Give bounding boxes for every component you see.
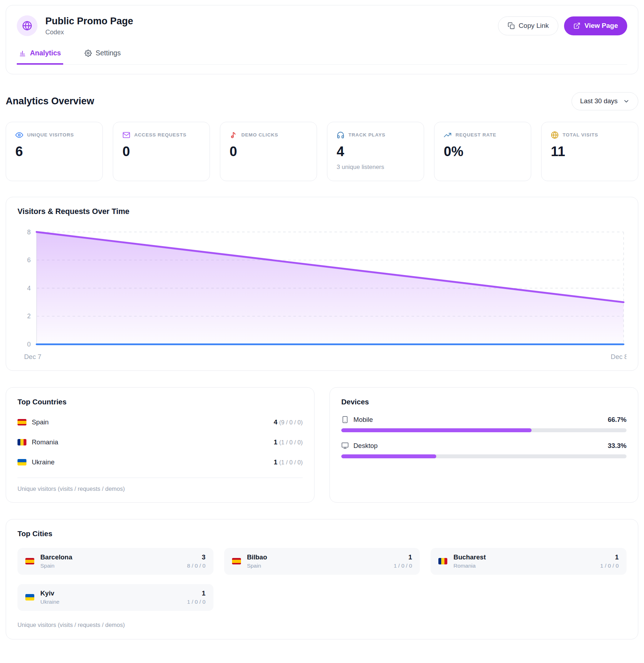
country-row: Ukraine 1(1 / 0 / 0) <box>17 458 303 466</box>
city-breakdown: 1 / 0 / 0 <box>187 599 206 605</box>
stats-row: UNIQUE VISITORS 6 ACCESS REQUESTS 0 DEMO… <box>6 122 638 181</box>
city-name: Kyiv <box>40 589 59 597</box>
stat-card-request-rate: REQUEST RATE 0% <box>434 122 531 181</box>
section-title-analytics-overview: Analytics Overview <box>6 96 94 107</box>
country-name: Ukraine <box>32 458 55 466</box>
stat-card-total-visits: TOTAL VISITS 11 <box>541 122 638 181</box>
visitors-requests-chart: 02468Dec 7Dec 8 <box>17 227 627 362</box>
view-page-label: View Page <box>584 22 618 30</box>
device-bar-track <box>341 454 627 458</box>
country-breakdown: (1 / 0 / 0) <box>279 439 303 445</box>
svg-text:8: 8 <box>27 228 31 235</box>
country-row: Spain 4(9 / 0 / 0) <box>17 418 303 426</box>
top-countries-title: Top Countries <box>17 398 303 406</box>
city-country: Ukraine <box>40 599 59 605</box>
city-name: Barcelona <box>40 553 72 561</box>
stat-value: 0% <box>444 145 522 158</box>
page-subtitle: Codex <box>45 29 133 36</box>
view-page-button[interactable]: View Page <box>564 16 627 35</box>
devices-card: Devices Mobile 66.7% Desktop 33.3% <box>329 387 638 503</box>
device-percent: 66.7% <box>608 416 627 424</box>
device-label: Desktop <box>353 442 378 450</box>
svg-text:Dec 7: Dec 7 <box>24 353 41 360</box>
country-count: 1 <box>274 458 277 466</box>
copy-link-button[interactable]: Copy Link <box>498 16 559 35</box>
stat-subtext: 3 unique listeners <box>337 164 414 171</box>
trending-up-icon <box>444 131 452 139</box>
city-name: Bilbao <box>247 553 267 561</box>
ukraine-flag-icon <box>25 594 34 600</box>
stat-value: 11 <box>551 145 629 158</box>
romania-flag-icon <box>438 558 447 564</box>
country-breakdown: (9 / 0 / 0) <box>279 419 303 425</box>
device-label: Mobile <box>353 416 373 424</box>
stat-card-demo-clicks: DEMO CLICKS 0 <box>220 122 317 181</box>
tab-settings-label: Settings <box>96 49 121 57</box>
globe-icon <box>22 21 32 31</box>
country-name: Spain <box>32 418 49 426</box>
stat-value: 0 <box>122 145 200 158</box>
top-cities-title: Top Cities <box>17 529 627 538</box>
date-range-label: Last 30 days <box>580 97 618 105</box>
country-breakdown: (1 / 0 / 0) <box>279 459 303 465</box>
date-range-dropdown[interactable]: Last 30 days <box>572 92 638 110</box>
stat-label: ACCESS REQUESTS <box>134 132 186 138</box>
top-countries-card: Top Countries Spain 4(9 / 0 / 0) Romania… <box>6 387 315 503</box>
devices-title: Devices <box>341 398 627 406</box>
city-country: Spain <box>40 563 72 569</box>
gear-icon <box>85 50 92 57</box>
tab-settings[interactable]: Settings <box>82 49 123 65</box>
city-breakdown: 8 / 0 / 0 <box>187 563 206 569</box>
eye-icon <box>15 131 23 139</box>
device-bar-fill <box>341 454 436 458</box>
chart-title: Visitors & Requests Over Time <box>17 207 627 216</box>
external-link-icon <box>573 22 580 29</box>
stat-label: UNIQUE VISITORS <box>27 132 74 138</box>
page-title: Public Promo Page <box>45 16 133 27</box>
city-country: Spain <box>247 563 267 569</box>
stat-value: 6 <box>15 145 93 158</box>
stat-card-unique-visitors: UNIQUE VISITORS 6 <box>6 122 103 181</box>
city-tile: Bucharest Romania 1 1 / 0 / 0 <box>431 548 627 575</box>
spain-flag-icon <box>232 558 241 564</box>
device-row-mobile: Mobile 66.7% <box>341 416 627 432</box>
globe-icon <box>551 131 559 139</box>
stat-label: TRACK PLAYS <box>348 132 386 138</box>
stat-label: TOTAL VISITS <box>563 132 598 138</box>
city-count: 1 <box>394 553 412 561</box>
smartphone-icon <box>341 416 349 423</box>
stat-value: 4 <box>337 145 414 158</box>
country-name: Romania <box>32 438 58 446</box>
city-country: Romania <box>453 563 485 569</box>
music-note-icon <box>230 131 237 139</box>
country-row: Romania 1(1 / 0 / 0) <box>17 438 303 446</box>
spain-flag-icon <box>25 558 34 564</box>
svg-text:0: 0 <box>27 341 31 348</box>
tab-bar: Analytics Settings <box>17 49 627 65</box>
visitors-requests-chart-card: Visitors & Requests Over Time 02468Dec 7… <box>6 197 638 371</box>
page-header-card: Public Promo Page Codex Copy Link View P… <box>6 5 638 74</box>
city-tile: Barcelona Spain 3 8 / 0 / 0 <box>17 548 213 575</box>
tab-analytics[interactable]: Analytics <box>17 49 63 65</box>
svg-text:4: 4 <box>27 284 31 291</box>
spain-flag-icon <box>17 419 26 425</box>
mail-icon <box>122 131 130 139</box>
city-count: 1 <box>600 553 619 561</box>
svg-text:6: 6 <box>27 256 31 264</box>
countries-footnote: Unique visitors (visits / requests / dem… <box>17 478 303 492</box>
city-count: 3 <box>187 553 206 561</box>
city-breakdown: 1 / 0 / 0 <box>600 563 619 569</box>
avatar <box>17 15 37 36</box>
svg-text:Dec 8: Dec 8 <box>611 353 627 360</box>
stat-label: DEMO CLICKS <box>241 132 278 138</box>
monitor-icon <box>341 442 349 449</box>
device-row-desktop: Desktop 33.3% <box>341 442 627 458</box>
city-name: Bucharest <box>453 553 485 561</box>
device-bar-track <box>341 428 627 432</box>
city-tile: Kyiv Ukraine 1 1 / 0 / 0 <box>17 584 213 611</box>
stat-card-track-plays: TRACK PLAYS 4 3 unique listeners <box>327 122 424 181</box>
device-percent: 33.3% <box>608 442 627 450</box>
bar-chart-icon <box>19 50 26 57</box>
stat-card-access-requests: ACCESS REQUESTS 0 <box>113 122 210 181</box>
country-count: 1 <box>274 438 277 446</box>
